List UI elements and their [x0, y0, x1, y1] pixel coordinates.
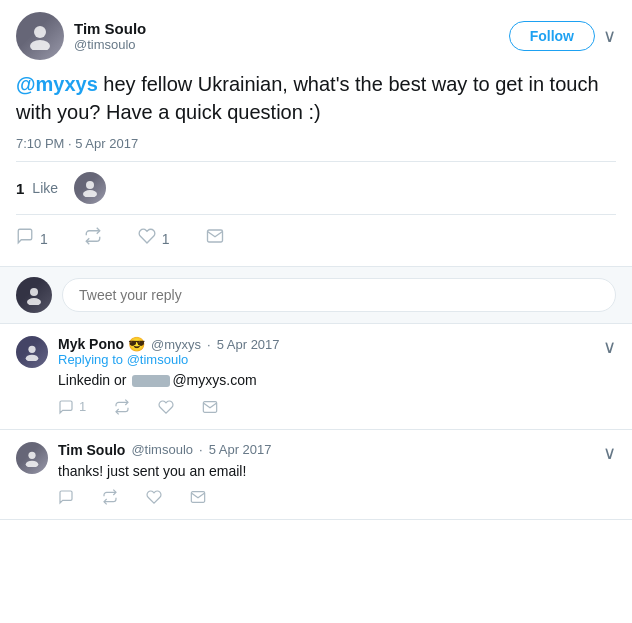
heart-action[interactable]: 1 [138, 227, 170, 250]
user-info: Tim Soulo @timsoulo [74, 20, 146, 52]
main-tweet: Tim Soulo @timsoulo Follow ∨ @myxys hey … [0, 0, 632, 267]
mail-icon [206, 227, 224, 250]
tweet-timestamp: 7:10 PM · 5 Apr 2017 [16, 136, 616, 151]
reply-comment-count-1: 1 [79, 399, 86, 414]
reply-heart-action-2[interactable] [146, 489, 162, 505]
comment-action[interactable]: 1 [16, 227, 48, 250]
reply-mail-action-1[interactable] [202, 399, 218, 415]
reply-mail-action-2[interactable] [190, 489, 206, 505]
svg-point-3 [83, 190, 97, 197]
likes-row: 1 Like [16, 161, 616, 215]
svg-point-8 [28, 451, 35, 458]
tweet-user: Tim Soulo @timsoulo [16, 12, 146, 60]
reply-blurred [132, 375, 170, 387]
reply-name-1: Myk Pono 😎 [58, 336, 145, 352]
tweet-header: Tim Soulo @timsoulo Follow ∨ [16, 12, 616, 60]
reply-tweet-1: Myk Pono 😎 @myxys · 5 Apr 2017 Replying … [0, 324, 632, 430]
reply-actions-2 [58, 489, 272, 505]
reply-user-row-1: Myk Pono 😎 @myxys · 5 Apr 2017 [58, 336, 280, 352]
mention-link[interactable]: @myxys [16, 73, 98, 95]
reply-comment-action-2[interactable] [58, 489, 74, 505]
reply-dot-2: · [199, 442, 203, 457]
reply-left-1 [16, 336, 48, 372]
svg-point-5 [27, 298, 41, 305]
avatar [16, 12, 64, 60]
reply-text-prefix: Linkedin or [58, 372, 130, 388]
reply-user-row-2: Tim Soulo @timsoulo · 5 Apr 2017 [58, 442, 272, 458]
reply-content-2: Tim Soulo @timsoulo · 5 Apr 2017 thanks!… [58, 442, 272, 506]
header-right: Follow ∨ [509, 21, 616, 51]
reply-input[interactable] [62, 278, 616, 312]
retweet-action[interactable] [84, 227, 102, 250]
reply-handle-2: @timsoulo [131, 442, 193, 457]
user-name: Tim Soulo [74, 20, 146, 37]
svg-point-2 [86, 181, 94, 189]
reply-heart-action-1[interactable] [158, 399, 174, 415]
svg-point-1 [30, 40, 50, 50]
reply-tweet-header-2: Tim Soulo @timsoulo · 5 Apr 2017 thanks!… [16, 442, 616, 506]
svg-point-4 [30, 288, 38, 296]
action-row: 1 1 [16, 223, 616, 254]
reply-text-1: Linkedin or @myxys.com [58, 371, 280, 391]
reply-comment-action-1[interactable]: 1 [58, 399, 86, 415]
svg-point-7 [26, 355, 39, 361]
reply-text-suffix: @myxys.com [172, 372, 256, 388]
replying-to-1: Replying to @timsoulo [58, 352, 280, 367]
tweet-body-text: hey fellow Ukrainian, what's the best wa… [16, 73, 599, 123]
reply-avatar-2 [16, 442, 48, 474]
tweet-body: @myxys hey fellow Ukrainian, what's the … [16, 70, 616, 126]
liker-avatar [74, 172, 106, 204]
reply-retweet-action-2[interactable] [102, 489, 118, 505]
chevron-down-icon[interactable]: ∨ [603, 25, 616, 47]
follow-button[interactable]: Follow [509, 21, 595, 51]
svg-point-9 [26, 460, 39, 466]
mail-action[interactable] [206, 227, 224, 250]
reply-avatar-1 [16, 336, 48, 368]
reply-user-avatar [16, 277, 52, 313]
reply-dot-1: · [207, 337, 211, 352]
reply-name-2: Tim Soulo [58, 442, 125, 458]
reply-chevron-2[interactable]: ∨ [603, 442, 616, 464]
heart-count: 1 [162, 231, 170, 247]
svg-point-0 [34, 26, 46, 38]
reply-retweet-action-1[interactable] [114, 399, 130, 415]
reply-chevron-1[interactable]: ∨ [603, 336, 616, 358]
reply-text-2: thanks! just sent you an email! [58, 462, 272, 482]
reply-actions-1: 1 [58, 399, 280, 415]
likes-label: Like [32, 180, 58, 196]
heart-icon [138, 227, 156, 250]
reply-handle-1: @myxys [151, 337, 201, 352]
reply-box [0, 267, 632, 324]
reply-date-2: 5 Apr 2017 [209, 442, 272, 457]
likes-count: 1 [16, 180, 24, 197]
comment-icon [16, 227, 34, 250]
retweet-icon [84, 227, 102, 250]
reply-tweet-2: Tim Soulo @timsoulo · 5 Apr 2017 thanks!… [0, 430, 632, 521]
user-handle: @timsoulo [74, 37, 146, 52]
reply-tweet-header-1: Myk Pono 😎 @myxys · 5 Apr 2017 Replying … [16, 336, 616, 415]
comment-count: 1 [40, 231, 48, 247]
reply-content-1: Myk Pono 😎 @myxys · 5 Apr 2017 Replying … [58, 336, 280, 415]
svg-point-6 [28, 346, 35, 353]
reply-date-1: 5 Apr 2017 [217, 337, 280, 352]
emoji-1: 😎 [128, 336, 145, 352]
